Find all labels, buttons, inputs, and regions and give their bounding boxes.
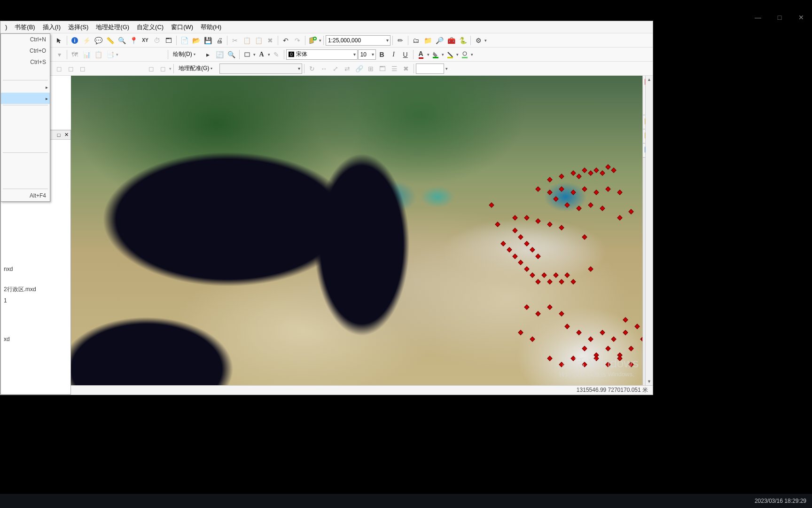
- menu-insert[interactable]: 插入(I): [39, 22, 64, 33]
- file-menu-submenu1[interactable]: [1, 81, 50, 93]
- undo[interactable]: ↶: [280, 35, 291, 46]
- georeferencing-dropdown[interactable]: 地理配准(G): [176, 64, 219, 74]
- map-scale-combo[interactable]: 1:25,000,000: [326, 35, 390, 46]
- satellite-basemap: [71, 76, 653, 395]
- text-tool[interactable]: A: [256, 49, 267, 60]
- menu-customize[interactable]: 自定义(C): [133, 22, 167, 33]
- editor-toolbar-toggle[interactable]: ✏: [395, 35, 406, 46]
- georef-flip: ⇄: [342, 63, 353, 74]
- new-document[interactable]: 📄: [179, 35, 190, 46]
- black-letterbox-top: [0, 0, 812, 21]
- file-menu-item[interactable]: [1, 118, 50, 129]
- svg-point-6: [463, 52, 467, 56]
- georef-value-input[interactable]: [416, 64, 444, 74]
- file-menu-submenu2-highlighted[interactable]: [1, 93, 50, 104]
- status-coordinates: 1315546.99 7270170.051 米: [577, 386, 648, 394]
- html-popup-tool[interactable]: 💬: [93, 35, 104, 46]
- file-menu-item[interactable]: [1, 165, 50, 176]
- time-slider: ⏱: [151, 35, 163, 46]
- map-view[interactable]: 激活 Windows 转到"设置"以激活 Windows。 ArcToolbox…: [71, 76, 653, 395]
- file-menu-separator: [3, 105, 48, 105]
- draw-toolbar: ▾ 🗺 📊 📋 📑 ▾ 绘制(D) ▸ 🔄 🔍 ▾ A ▾ ✎ 🅾宋体 10 B…: [0, 48, 653, 62]
- select-elements[interactable]: ▸: [203, 49, 214, 60]
- find-route-tool[interactable]: 📍: [128, 35, 139, 46]
- edit-vertices: ✎: [271, 49, 282, 60]
- marker-color-button[interactable]: [459, 49, 470, 60]
- model-builder-button[interactable]: ⚙: [473, 35, 484, 46]
- rectangle-tool[interactable]: [242, 49, 253, 60]
- save-document[interactable]: 💾: [202, 35, 213, 46]
- recent-file-item[interactable]: nxd: [3, 264, 69, 274]
- layer-dropdown: ▾: [54, 49, 65, 60]
- file-menu-item[interactable]: [1, 129, 50, 140]
- svg-rect-4: [433, 57, 438, 58]
- toc-maximize-button[interactable]: □: [55, 132, 62, 138]
- geo-c: ◻: [77, 63, 88, 74]
- draw-dropdown[interactable]: 绘制(D): [170, 49, 202, 60]
- find-tool[interactable]: 🔍: [116, 35, 127, 46]
- menu-window[interactable]: 窗口(W): [167, 22, 197, 33]
- scroll-down-arrow[interactable]: ▼: [646, 378, 653, 385]
- line-color-button[interactable]: [445, 49, 456, 60]
- recent-file-item[interactable]: 1: [3, 295, 69, 306]
- file-menu-saveas[interactable]: [1, 68, 50, 79]
- menu-partial[interactable]: ): [1, 22, 11, 32]
- geo-d: ◻: [146, 63, 157, 74]
- scroll-up-arrow[interactable]: ▲: [646, 76, 653, 83]
- file-menu-item[interactable]: [1, 140, 50, 151]
- tool-a: 🗺: [69, 49, 80, 60]
- vertical-scrollbar[interactable]: ▲ ▼: [645, 76, 653, 385]
- go-to-xy-tool[interactable]: XY: [140, 35, 151, 46]
- menu-selection[interactable]: 选择(S): [64, 22, 92, 33]
- measure-tool[interactable]: 📏: [104, 35, 116, 46]
- font-color-button[interactable]: A: [415, 49, 427, 60]
- font-name-combo[interactable]: 🅾宋体: [286, 49, 358, 60]
- file-menu-item[interactable]: [1, 154, 50, 165]
- identify-tool[interactable]: i: [69, 35, 80, 46]
- python-window-button[interactable]: 🐍: [457, 35, 468, 46]
- redo: ↷: [292, 35, 303, 46]
- georef-shift: ↔: [318, 63, 329, 74]
- underline-button[interactable]: U: [400, 49, 411, 60]
- table-of-contents-button[interactable]: 🗂: [410, 35, 422, 46]
- hyperlink-tool: ⚡: [81, 35, 92, 46]
- georef-auto: ⊞: [365, 63, 376, 74]
- windows-taskbar: 2023/03/16 18:29:29: [0, 494, 812, 508]
- bold-button[interactable]: B: [376, 49, 388, 60]
- black-letterbox-right: [653, 21, 812, 395]
- print[interactable]: 🖨: [214, 35, 225, 46]
- menu-bookmarks[interactable]: 书签(B): [11, 22, 39, 33]
- recent-file-item[interactable]: xd: [3, 334, 69, 344]
- arctoolbox-window-button[interactable]: 🧰: [445, 35, 457, 46]
- fill-color-button[interactable]: [430, 49, 441, 60]
- file-menu-exit[interactable]: Alt+F4: [1, 190, 50, 201]
- file-menu-save[interactable]: Ctrl+S: [1, 56, 50, 68]
- file-menu-open[interactable]: Ctrl+O: [1, 45, 50, 56]
- georef-rotate: ↻: [306, 63, 318, 74]
- file-menu-item[interactable]: [1, 106, 50, 118]
- menu-help[interactable]: 帮助(H): [197, 22, 225, 33]
- catalog-window-button[interactable]: 📁: [422, 35, 433, 46]
- file-menu-item[interactable]: [1, 176, 50, 188]
- menu-geoprocessing[interactable]: 地理处理(G): [92, 22, 133, 33]
- add-data-button[interactable]: [307, 35, 319, 46]
- pointer-tool[interactable]: [54, 35, 65, 46]
- toc-close-button[interactable]: ✕: [63, 132, 70, 138]
- zoom-to-elements[interactable]: 🔍: [226, 49, 237, 60]
- file-menu-new[interactable]: Ctrl+N: [1, 34, 50, 45]
- file-menu-dropdown: Ctrl+N Ctrl+O Ctrl+S Alt+F4: [0, 33, 50, 202]
- search-window-button[interactable]: 🔎: [434, 35, 445, 46]
- main-area: □ ✕ nxd 2行政区.mxd 1 xd 激活 Windows 转到"设置"以…: [0, 76, 653, 395]
- geo-e: ◻: [157, 63, 169, 74]
- font-size-combo[interactable]: 10: [358, 49, 376, 60]
- recent-file-item[interactable]: 2行政区.mxd: [3, 284, 69, 295]
- georef-scale: ⤢: [330, 63, 341, 74]
- italic-button[interactable]: I: [388, 49, 399, 60]
- svg-text:i: i: [74, 38, 75, 43]
- system-clock[interactable]: 2023/03/16 18:29:29: [755, 498, 806, 504]
- georef-viewer: 🗔: [377, 63, 388, 74]
- arcmap-app-window: ) 书签(B) 插入(I) 选择(S) 地理处理(G) 自定义(C) 窗口(W)…: [0, 21, 653, 395]
- open-document[interactable]: 📂: [190, 35, 202, 46]
- georef-layer-combo[interactable]: [219, 64, 302, 74]
- viewer-window[interactable]: 🗔: [163, 35, 174, 46]
